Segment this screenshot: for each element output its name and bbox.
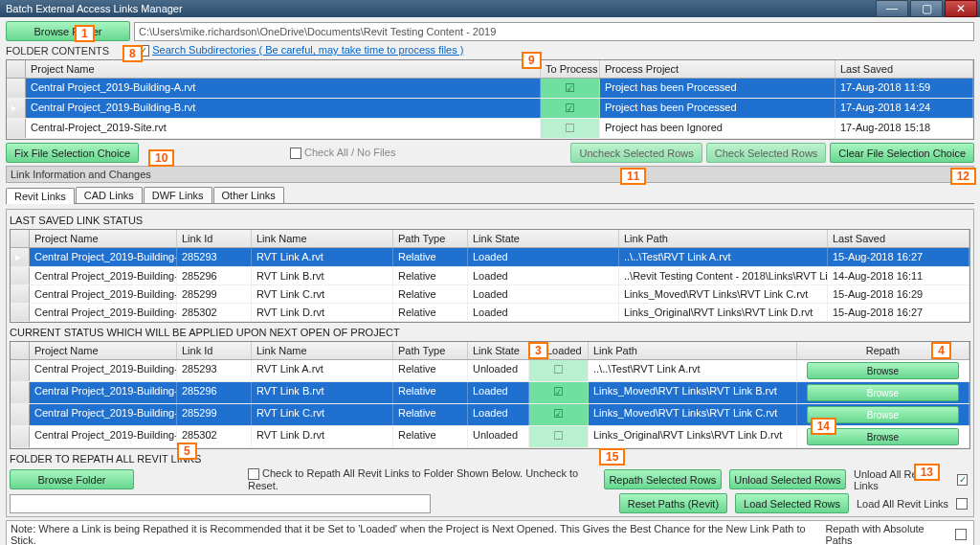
repath-abs-label: Repath with Absolute Paths (825, 523, 951, 545)
callout-15: 15 (599, 448, 625, 466)
col-process-project[interactable]: Process Project (600, 60, 835, 78)
tab-cad-links[interactable]: CAD Links (76, 187, 143, 203)
window-controls: — ▢ ✕ (876, 0, 980, 17)
checkall-label: Check All / No Files (304, 147, 395, 158)
last-saved-grid: Project Name Link Id Link Name Path Type… (10, 229, 970, 323)
folder-contents-grid: Project Name To Process Process Project … (6, 59, 974, 140)
footer-note: Note: Where a Link is being Repathed it … (11, 523, 817, 545)
col-cs-state[interactable]: Link State (468, 342, 529, 359)
col-last-saved[interactable]: Last Saved (835, 60, 973, 78)
unload-all-checkbox[interactable] (957, 474, 968, 486)
last-saved-row[interactable]: Central Project_2019-Building-A.rvt28529… (11, 285, 969, 304)
col-ls-proj[interactable]: Project Name (30, 230, 177, 247)
last-saved-row[interactable]: Central Project_2019-Building-A.rvt28530… (11, 304, 969, 322)
callout-11: 11 (620, 168, 646, 185)
check-rows-button[interactable]: Check Selected Rows (706, 143, 827, 163)
repath-title: FOLDER TO REPATH ALL REVIT LINKS (10, 453, 970, 465)
callout-3: 3 (528, 342, 548, 359)
last-saved-row[interactable]: Central Project_2019-Building-A.rvt28529… (11, 267, 969, 285)
browse-link-button[interactable]: Browse (807, 384, 959, 401)
callout-1: 1 (75, 25, 95, 42)
col-project-name[interactable]: Project Name (26, 60, 541, 78)
current-row[interactable]: Central Project_2019-Building-A.rvt28529… (11, 382, 969, 404)
load-all-checkbox[interactable] (956, 498, 968, 510)
window-title: Batch External Access Links Manager (6, 3, 183, 14)
reset-paths-button[interactable]: Reset Paths (Revit) (619, 493, 727, 513)
col-ls-lpath[interactable]: Link Path (619, 230, 828, 247)
browse-link-button[interactable]: Browse (807, 362, 959, 379)
repath-all-label: Check to Repath All Revit Links to Folde… (248, 467, 578, 491)
minimize-button[interactable]: — (876, 0, 908, 17)
callout-13: 13 (914, 464, 940, 481)
browse-folder-button[interactable]: Browse Folder (6, 21, 130, 41)
checkall-checkbox[interactable] (290, 148, 301, 159)
folder-contents-label: FOLDER CONTENTS (6, 45, 109, 57)
load-all-label: Load All Revit Links (857, 498, 948, 510)
fix-file-selection-button[interactable]: Fix File Selection Choice (6, 143, 139, 163)
callout-10: 10 (148, 149, 174, 167)
col-ls-ptype[interactable]: Path Type (393, 230, 468, 247)
col-ls-lname[interactable]: Link Name (252, 230, 393, 247)
app-window: Batch External Access Links Manager — ▢ … (0, 0, 980, 545)
col-cs-lpath[interactable]: Link Path (589, 342, 797, 359)
folder-row[interactable]: Central-Project_2019-Site.rvt Project ha… (7, 119, 973, 139)
current-row[interactable]: Central Project_2019-Building-A.rvt28529… (11, 360, 969, 382)
col-cs-proj[interactable]: Project Name (30, 342, 177, 359)
callout-9: 9 (522, 52, 542, 69)
col-cs-lid[interactable]: Link Id (177, 342, 252, 359)
tab-other-links[interactable]: Other Links (213, 187, 284, 203)
folder-row[interactable]: ▸ Central Project_2019-Building-B.rvt Pr… (7, 99, 973, 119)
col-ls-state[interactable]: Link State (468, 230, 619, 247)
repath-selected-button[interactable]: Repath Selected Rows (604, 469, 722, 489)
maximize-button[interactable]: ▢ (910, 0, 943, 17)
clear-file-selection-button[interactable]: Clear File Selection Choice (830, 143, 974, 163)
close-button[interactable]: ✕ (945, 0, 977, 17)
callout-4: 4 (931, 342, 951, 359)
current-status-title: CURRENT STATUS WHICH WILL BE APPLIED UPO… (10, 327, 970, 338)
callout-5: 5 (177, 443, 197, 460)
link-info-label: Link Information and Changes (6, 166, 974, 183)
link-tabs: Revit Links CAD Links DWF Links Other Li… (6, 187, 974, 204)
col-ls-lid[interactable]: Link Id (177, 230, 252, 247)
titlebar: Batch External Access Links Manager — ▢ … (0, 0, 980, 17)
repath-folder-field[interactable] (10, 494, 431, 513)
tab-dwf-links[interactable]: DWF Links (144, 187, 212, 203)
callout-12: 12 (950, 168, 976, 185)
col-to-process[interactable]: To Process (541, 60, 600, 78)
repath-abs-checkbox[interactable] (955, 529, 967, 540)
uncheck-rows-button[interactable]: Uncheck Selected Rows (570, 143, 702, 163)
col-cs-ptype[interactable]: Path Type (393, 342, 468, 359)
last-saved-row[interactable]: ▸ Central Project_2019-Building-A.rvt285… (11, 248, 969, 267)
repath-browse-button[interactable]: Browse Folder (10, 469, 134, 489)
col-cs-lname[interactable]: Link Name (252, 342, 393, 359)
unload-selected-button[interactable]: Unload Selected Rows (729, 469, 846, 489)
callout-8: 8 (122, 45, 143, 62)
repath-all-checkbox[interactable] (248, 468, 259, 480)
search-subdirs-link[interactable]: Search Subdirectories ( Be careful, may … (152, 44, 463, 56)
tab-revit-links[interactable]: Revit Links (6, 188, 75, 204)
col-ls-saved[interactable]: Last Saved (828, 230, 969, 247)
folder-path-field[interactable]: C:\Users\mike.richardson\OneDrive\Docume… (134, 22, 974, 41)
folder-row[interactable]: Central Project_2019-Building-A.rvt Proj… (7, 79, 973, 99)
callout-14: 14 (811, 418, 836, 435)
load-selected-button[interactable]: Load Selected Rows (735, 493, 849, 513)
last-saved-title: LAST SAVED LINK STATUS (10, 215, 970, 226)
